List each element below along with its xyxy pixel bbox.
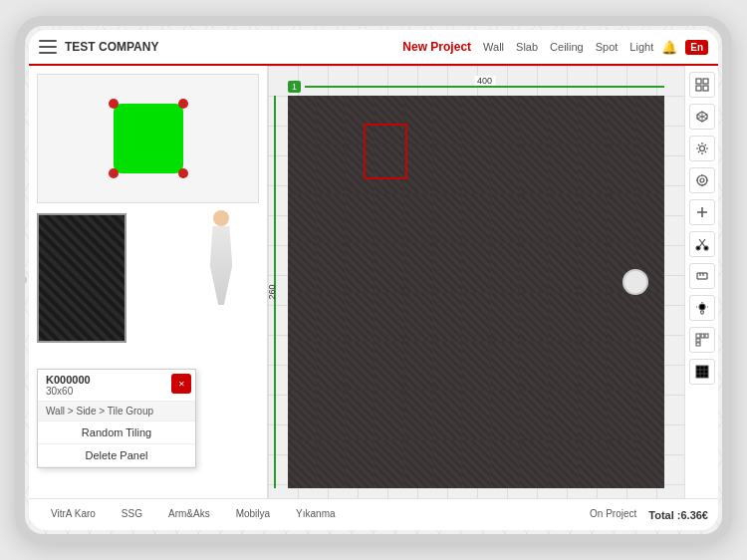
settings-btn[interactable]: [689, 136, 715, 161]
tile-cell[interactable]: [404, 144, 432, 192]
tile-cell[interactable]: [288, 342, 316, 390]
tile-cell[interactable]: [288, 293, 316, 341]
tile-cell[interactable]: [491, 243, 519, 291]
tab-vitra-karo[interactable]: VitrA Karo: [39, 504, 108, 525]
tile-cell[interactable]: [520, 440, 548, 488]
cut-btn[interactable]: [689, 231, 715, 257]
tile-cell[interactable]: [374, 243, 402, 291]
bell-icon[interactable]: 🔔: [661, 40, 677, 55]
nav-light[interactable]: Light: [629, 41, 653, 53]
tile-cell[interactable]: [636, 440, 664, 488]
hamburger-icon[interactable]: [39, 40, 57, 54]
handle-tr[interactable]: [178, 99, 188, 109]
tile-cell[interactable]: [346, 194, 374, 242]
tile-cell[interactable]: [433, 144, 461, 192]
tile-cell[interactable]: [579, 391, 607, 438]
tab-ssg[interactable]: SSG: [110, 504, 154, 525]
tile-cell[interactable]: [433, 194, 461, 242]
target-btn[interactable]: [689, 167, 715, 193]
tile-cell[interactable]: [608, 293, 635, 341]
grid-view-btn[interactable]: [689, 72, 715, 98]
tile-cell[interactable]: [462, 194, 490, 242]
tile-cell[interactable]: [374, 293, 402, 341]
tile-cell[interactable]: [462, 440, 490, 488]
random-tiling-btn[interactable]: Random Tiling: [38, 421, 195, 444]
tile-cell[interactable]: [549, 293, 577, 341]
tile-cell[interactable]: [491, 194, 519, 242]
tile-cell[interactable]: [579, 96, 607, 143]
tile-cell[interactable]: [374, 440, 402, 488]
tile-cell[interactable]: [433, 391, 461, 438]
texture-btn[interactable]: [689, 359, 715, 385]
tile-cell[interactable]: [462, 293, 490, 341]
tile-canvas[interactable]: [288, 96, 664, 488]
tile-cell[interactable]: [288, 144, 316, 192]
tile-cell[interactable]: [404, 391, 432, 438]
tile-cell[interactable]: [608, 144, 635, 192]
handle-br[interactable]: [178, 168, 188, 178]
tile-cell[interactable]: [288, 391, 316, 438]
tile-cell[interactable]: [579, 293, 607, 341]
tile-cell[interactable]: [608, 391, 635, 438]
scroll-indicator[interactable]: [622, 269, 648, 295]
tile-cell[interactable]: [317, 96, 345, 143]
tile-cell[interactable]: [579, 440, 607, 488]
tile-cell[interactable]: [549, 440, 577, 488]
tile-cell[interactable]: [317, 342, 345, 390]
tile-cell[interactable]: [317, 243, 345, 291]
tile-cell[interactable]: [404, 342, 432, 390]
green-square[interactable]: [114, 104, 183, 173]
nav-slab[interactable]: Slab: [516, 41, 538, 53]
tile-cell[interactable]: [579, 194, 607, 242]
tile-cell[interactable]: [404, 293, 432, 341]
lang-badge[interactable]: En: [685, 40, 708, 55]
tile-cell[interactable]: [520, 243, 548, 291]
tile-cell[interactable]: [346, 243, 374, 291]
nav-ceiling[interactable]: Ceiling: [550, 41, 584, 53]
nav-spot[interactable]: Spot: [596, 41, 619, 53]
tile-cell[interactable]: [608, 194, 635, 242]
tile-cell[interactable]: [433, 293, 461, 341]
tile-cell[interactable]: [433, 243, 461, 291]
tile-cell[interactable]: [608, 96, 635, 143]
light-btn[interactable]: [689, 295, 715, 321]
nav-new-project[interactable]: New Project: [402, 40, 471, 54]
tile-cell[interactable]: [636, 293, 664, 341]
tile-cell[interactable]: [374, 144, 402, 192]
tile-cell[interactable]: [520, 194, 548, 242]
tile-cell[interactable]: [317, 440, 345, 488]
tile-cell[interactable]: [549, 144, 577, 192]
handle-bl[interactable]: [109, 168, 119, 178]
tile-cell[interactable]: [549, 96, 577, 143]
tile-cell[interactable]: [491, 391, 519, 438]
tile-cell[interactable]: [317, 391, 345, 438]
tile-cell[interactable]: [404, 194, 432, 242]
tile-cell[interactable]: [549, 342, 577, 390]
3d-view-btn[interactable]: [689, 104, 715, 130]
tile-cell[interactable]: [636, 391, 664, 438]
handle-tl[interactable]: [109, 99, 119, 109]
tile-cell[interactable]: [608, 440, 635, 488]
tab-arm-aks[interactable]: Arm&Aks: [156, 504, 222, 525]
tab-mobilya[interactable]: Mobilya: [224, 504, 282, 525]
ruler-btn[interactable]: [689, 263, 715, 289]
tile-cell[interactable]: [636, 194, 664, 242]
tile-cell[interactable]: [549, 243, 577, 291]
nav-wall[interactable]: Wall: [483, 41, 504, 53]
tile-cell[interactable]: [288, 96, 316, 143]
tile-cell[interactable]: [433, 96, 461, 143]
tile-cell[interactable]: [404, 440, 432, 488]
tile-cell[interactable]: [520, 96, 548, 143]
tile-cell[interactable]: [462, 96, 490, 143]
tile-cell[interactable]: [549, 194, 577, 242]
tile-cell[interactable]: [520, 342, 548, 390]
tile-cell[interactable]: [491, 440, 519, 488]
tile-cell[interactable]: [346, 342, 374, 390]
tile-cell[interactable]: [491, 293, 519, 341]
context-close-btn[interactable]: [171, 374, 191, 394]
tile-cell[interactable]: [288, 440, 316, 488]
tile-cell[interactable]: [636, 342, 664, 390]
tile-cell[interactable]: [317, 194, 345, 242]
tile-cell[interactable]: [404, 96, 432, 143]
tile-cell[interactable]: [636, 96, 664, 143]
